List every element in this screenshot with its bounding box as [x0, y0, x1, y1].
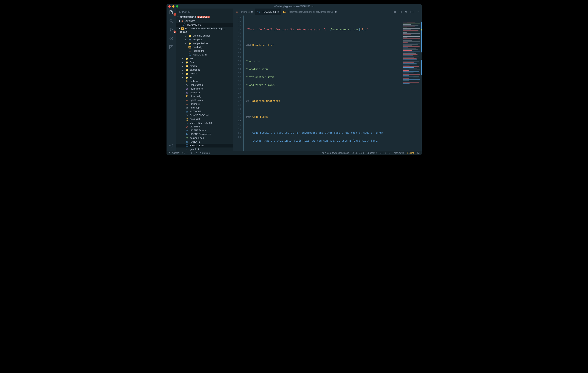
tree-item[interactable]: ✎.editorconfig [176, 83, 233, 87]
tree-item[interactable]: 🗎LICENSE-docs [176, 129, 233, 132]
chevron-right-icon: ▸ [182, 58, 184, 60]
tree-item[interactable]: ▸📁scripts [176, 72, 233, 75]
eslint-icon: ◉ [185, 87, 189, 90]
tree-item[interactable]: ✉.mailmap [176, 106, 233, 110]
tree-item[interactable]: ▸📁systemjs-builder [176, 34, 233, 38]
code-text: Paragraph modifiers [251, 99, 280, 103]
code-text: *Note: the fourth item uses the Unicode … [246, 28, 329, 31]
chevron-right-icon: ▸ [182, 73, 184, 75]
tree-item[interactable]: ▸📁webpack-alias [176, 41, 233, 45]
tree-item[interactable]: ▸📁src [176, 75, 233, 79]
status-cursor-position[interactable]: Ln 85, Col 1 [352, 152, 364, 154]
json-icon: ⬡ [185, 136, 189, 140]
project-section[interactable]: ▾ REACT [176, 31, 233, 34]
tree-item[interactable]: ⬥index.html [176, 49, 233, 53]
activity-search-icon[interactable] [168, 18, 174, 24]
git-icon: ◈ [181, 20, 184, 22]
status-sync[interactable] [182, 152, 185, 154]
tree-item[interactable]: ⇪yarn.lock [176, 147, 233, 151]
file-name: package.json [190, 137, 204, 139]
tree-item[interactable]: 🗎LICENSE-examples [176, 132, 233, 136]
file-name: CONTRIBUTING.md [190, 122, 212, 124]
open-editors-list: ◈.gitignoreⓘREADME.mdJSReactMockedCompon… [176, 19, 233, 31]
flow-icon: F [185, 95, 189, 98]
js-icon: JS [181, 27, 184, 30]
code-content[interactable]: *Note: the fourth item uses the Unicode … [244, 15, 422, 151]
status-language[interactable]: Markdown [394, 152, 404, 154]
editor-tab[interactable]: JSReactMockedComponentTestComponent.js [281, 9, 339, 15]
editor-tab[interactable]: ◈.gitignore [233, 9, 255, 15]
webpack-icon: ◈ [189, 38, 191, 41]
tree-item[interactable]: ▸📁packages [176, 68, 233, 72]
close-window-button[interactable] [168, 5, 171, 8]
tree-item[interactable]: ⓘCONTRIBUTING.md [176, 121, 233, 125]
file-name: yarn.lock [190, 148, 200, 151]
tree-item[interactable]: ⓘREADME.md [176, 53, 233, 57]
status-eol[interactable]: LF [388, 152, 391, 154]
open-editors-section[interactable]: ▾ OPEN EDITORS 2 UNSAVED [176, 15, 233, 19]
status-feedback-icon[interactable] [417, 152, 420, 154]
document-icon: 🗎 [185, 129, 189, 132]
open-preview-icon[interactable] [399, 10, 402, 13]
tree-item[interactable]: ◉.eslintignore [176, 87, 233, 91]
file-name: ssr [190, 57, 193, 60]
activity-scm-icon[interactable]: 2 [168, 27, 174, 32]
close-tab-icon[interactable]: × [277, 10, 279, 13]
activity-explorer-icon[interactable]: 2 [168, 10, 174, 15]
editor-tab[interactable]: ⓘREADME.md× [255, 9, 281, 15]
file-name: systemjs-builder [193, 34, 210, 37]
code-text: things that are written in plain text. A… [246, 139, 379, 142]
blame-text: You, a few seconds ago [325, 152, 349, 154]
split-editor-icon[interactable] [410, 10, 414, 13]
tree-item[interactable]: ◉.eslintrc.js [176, 91, 233, 94]
tree-item[interactable]: F.flowconfig [176, 94, 233, 98]
minimize-window-button[interactable] [172, 5, 174, 8]
maximize-window-button[interactable] [176, 5, 178, 8]
tree-item[interactable]: ▸📁ssr [176, 57, 233, 60]
svg-point-23 [417, 152, 420, 154]
source-control-icon[interactable] [404, 10, 408, 13]
code-editor[interactable]: 2122232425262728293031323334353637383940… [233, 15, 422, 151]
tree-item[interactable]: ▸📁flow [176, 60, 233, 64]
folder-icon: 📁 [185, 76, 189, 79]
activity-debug-icon[interactable] [168, 36, 174, 41]
activity-settings-icon[interactable] [168, 143, 174, 148]
file-name: .babelrc [190, 80, 198, 83]
tree-item[interactable]: ⬡package.json [176, 136, 233, 140]
status-problems[interactable]: 0 4 [187, 152, 197, 154]
more-actions-icon[interactable] [416, 10, 420, 13]
js-icon: JS [284, 10, 286, 13]
tree-item[interactable]: { }circle.yml [176, 117, 233, 121]
lock-icon: ⇪ [185, 148, 189, 151]
tabs-bar: ◈.gitignoreⓘREADME.md×JSReactMockedCompo… [233, 9, 422, 15]
compare-changes-icon[interactable] [393, 10, 396, 13]
tree-item[interactable]: JSbuild-all.js [176, 45, 233, 49]
dirty-indicator [251, 11, 253, 13]
tree-item[interactable]: ⓘREADME.md [176, 144, 233, 147]
tree-item[interactable]: ▸◈webpack [176, 38, 233, 41]
status-encoding[interactable]: UTF-8 [379, 152, 386, 154]
open-editor-item[interactable]: ◈.gitignore [176, 19, 233, 23]
status-project[interactable]: No project [200, 152, 210, 154]
tree-item[interactable]: 🗎AUTHORS [176, 110, 233, 114]
status-branch[interactable]: master* [168, 152, 179, 154]
tree-item[interactable]: ⊘LICENSE [176, 125, 233, 129]
tree-item[interactable]: ◈.gitattributes [176, 98, 233, 102]
tree-item[interactable]: ◈.gitignore [176, 102, 233, 106]
tree-item[interactable]: ⓑ.babelrc [176, 79, 233, 83]
minimap[interactable] [402, 22, 422, 151]
status-indentation[interactable]: Spaces: 2 [367, 152, 377, 154]
changelog-icon: ⟳ [185, 114, 189, 117]
tree-item[interactable]: 🗎PATENTS [176, 140, 233, 144]
file-name: README.md [187, 23, 201, 26]
status-git-blame[interactable]: You, a few seconds ago [322, 152, 349, 154]
tree-item[interactable]: ⟳CHANGELOG.md [176, 114, 233, 117]
open-editor-item[interactable]: JSReactMockedComponentTestComp… [176, 27, 233, 31]
open-editor-item[interactable]: ⓘREADME.md [176, 23, 233, 27]
tree-item[interactable]: ▸📁mocks [176, 64, 233, 68]
chevron-right-icon: ▸ [185, 39, 187, 41]
activity-extensions-icon[interactable] [168, 44, 174, 50]
tab-label: README.md [262, 10, 276, 13]
file-name: README.md [190, 144, 204, 147]
status-eslint[interactable]: ESLint! [407, 152, 414, 154]
